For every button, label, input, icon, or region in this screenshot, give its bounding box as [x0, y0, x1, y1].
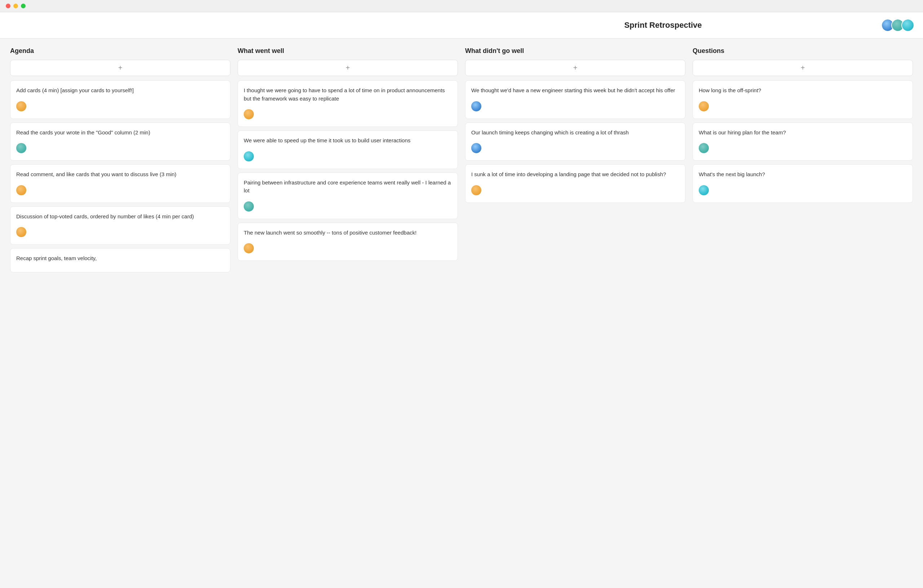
card-text: How long is the off-sprint?	[699, 87, 907, 95]
card-text: Pairing between infrastructure and core …	[244, 179, 452, 195]
card: I sunk a lot of time into developing a l…	[465, 164, 685, 203]
column-didnt-go-well: What didn't go well+We thought we'd have…	[465, 47, 685, 206]
card-text: Discussion of top-voted cards, ordered b…	[16, 213, 224, 221]
column-header-didnt-go-well: What didn't go well	[465, 47, 685, 55]
card-text: Read comment, and like cards that you wa…	[16, 170, 224, 179]
card: What is our hiring plan for the team?	[693, 123, 913, 161]
column-header-agenda: Agenda	[10, 47, 230, 55]
add-card-btn-went-well[interactable]: +	[238, 60, 458, 76]
traffic-light-yellow[interactable]	[13, 3, 18, 8]
card: Discussion of top-voted cards, ordered b…	[10, 206, 230, 245]
card-avatar	[471, 101, 481, 111]
card-text: Add cards (4 min) [assign your cards to …	[16, 87, 224, 95]
card-text: What is our hiring plan for the team?	[699, 129, 907, 137]
add-card-btn-agenda[interactable]: +	[10, 60, 230, 76]
header-avatars	[881, 19, 914, 32]
column-header-went-well: What went well	[238, 47, 458, 55]
column-questions: Questions+How long is the off-sprint?Wha…	[693, 47, 913, 206]
card: Recap sprint goals, team velocity,	[10, 248, 230, 272]
traffic-light-red[interactable]	[6, 3, 10, 8]
card: We thought we'd have a new engineer star…	[465, 80, 685, 119]
card-avatar	[471, 185, 481, 195]
card: Read comment, and like cards that you wa…	[10, 164, 230, 203]
column-agenda: Agenda+Add cards (4 min) [assign your ca…	[10, 47, 230, 276]
card-avatar	[16, 143, 26, 153]
page-title: Sprint Retrospective	[445, 21, 881, 30]
card-text: We thought we'd have a new engineer star…	[471, 87, 679, 95]
card: What's the next big launch?	[693, 164, 913, 203]
card-text: The new launch went so smoothly -- tons …	[244, 229, 452, 237]
card-avatar	[16, 185, 26, 195]
card-text: I sunk a lot of time into developing a l…	[471, 170, 679, 179]
card: The new launch went so smoothly -- tons …	[238, 223, 458, 261]
column-went-well: What went well+I thought we were going t…	[238, 47, 458, 264]
traffic-light-green[interactable]	[21, 3, 26, 8]
card-avatar	[244, 243, 254, 253]
card-text: Recap sprint goals, team velocity,	[16, 254, 224, 263]
header-avatar	[902, 19, 914, 32]
card-text: I thought we were going to have to spend…	[244, 87, 452, 103]
card-avatar	[244, 109, 254, 119]
add-card-btn-didnt-go-well[interactable]: +	[465, 60, 685, 76]
column-header-questions: Questions	[693, 47, 913, 55]
title-bar	[0, 0, 923, 12]
board: Agenda+Add cards (4 min) [assign your ca…	[0, 39, 923, 285]
app-header: Sprint Retrospective	[0, 12, 923, 39]
card-text: Read the cards your wrote in the "Good" …	[16, 129, 224, 137]
card-text: Our launch timing keeps changing which i…	[471, 129, 679, 137]
card-avatar	[699, 101, 709, 111]
card-text: What's the next big launch?	[699, 170, 907, 179]
card-text: We were able to speed up the time it too…	[244, 136, 452, 145]
card: Pairing between infrastructure and core …	[238, 173, 458, 219]
card-avatar	[16, 227, 26, 237]
add-card-btn-questions[interactable]: +	[693, 60, 913, 76]
card: Read the cards your wrote in the "Good" …	[10, 123, 230, 161]
card-avatar	[699, 143, 709, 153]
card-avatar	[699, 185, 709, 195]
card-avatar	[244, 201, 254, 211]
card: We were able to speed up the time it too…	[238, 130, 458, 169]
card: I thought we were going to have to spend…	[238, 80, 458, 127]
card: How long is the off-sprint?	[693, 80, 913, 119]
card-avatar	[471, 143, 481, 153]
card: Add cards (4 min) [assign your cards to …	[10, 80, 230, 119]
card-avatar	[244, 151, 254, 161]
card: Our launch timing keeps changing which i…	[465, 123, 685, 161]
card-avatar	[16, 101, 26, 111]
